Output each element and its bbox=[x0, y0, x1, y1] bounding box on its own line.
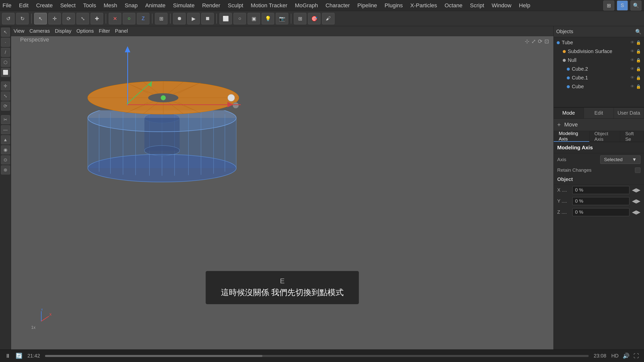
retain-changes-checkbox[interactable] bbox=[635, 167, 640, 173]
camera-btn[interactable]: 📷 bbox=[276, 13, 288, 24]
select-mode-btn[interactable]: ↖ bbox=[1, 28, 10, 37]
z-axis-btn[interactable]: Z bbox=[137, 13, 149, 24]
tab-mode[interactable]: Mode bbox=[554, 108, 584, 118]
tube-lock-icon[interactable]: 🔒 bbox=[636, 40, 641, 45]
menu-window[interactable]: Window bbox=[492, 2, 511, 9]
viewport-cameras-menu[interactable]: Cameras bbox=[29, 28, 50, 34]
x-axis-btn[interactable]: ✕ bbox=[109, 13, 121, 24]
vp-nav-zoom-btn[interactable]: ⤢ bbox=[531, 38, 536, 45]
hier-tube[interactable]: Tube 👁 🔒 bbox=[554, 38, 644, 47]
undo-btn[interactable]: ↺ bbox=[2, 13, 15, 24]
polygon-mode-btn[interactable]: ⬡ bbox=[1, 58, 10, 67]
record-btn[interactable]: ⏺ bbox=[173, 13, 186, 24]
menu-mesh[interactable]: Mesh bbox=[104, 2, 117, 9]
subdiv-vis-icon[interactable]: 👁 bbox=[630, 49, 634, 54]
tube-vis-icon[interactable]: 👁 bbox=[630, 40, 634, 45]
rotate-left-btn[interactable]: ⟳ bbox=[1, 102, 10, 111]
menu-select[interactable]: Select bbox=[60, 2, 75, 9]
loop-sel-btn[interactable]: ⊙ bbox=[1, 155, 10, 164]
sphere-btn[interactable]: ○ bbox=[233, 13, 246, 24]
y-value[interactable]: 0 % bbox=[572, 197, 629, 205]
hierarchy-search[interactable]: 🔍 bbox=[635, 29, 641, 35]
tab-edit[interactable]: Edit bbox=[584, 108, 614, 118]
menu-plugins[interactable]: Plugins bbox=[385, 2, 403, 9]
viewport-panel-menu[interactable]: Panel bbox=[115, 28, 128, 34]
knife-btn[interactable]: ✂ bbox=[1, 115, 10, 124]
menu-animate[interactable]: Animate bbox=[145, 2, 166, 9]
cube-vis-icon[interactable]: 👁 bbox=[630, 84, 634, 89]
cube2-lock-icon[interactable]: 🔒 bbox=[636, 67, 641, 71]
menu-create[interactable]: Create bbox=[36, 2, 53, 9]
hier-null[interactable]: Null 👁 🔒 bbox=[554, 56, 644, 65]
menu-help[interactable]: Help bbox=[519, 2, 530, 9]
scale-tool-btn[interactable]: ⤡ bbox=[76, 13, 89, 24]
menu-mograph[interactable]: MoGraph bbox=[295, 2, 318, 9]
y-axis-btn[interactable]: ○ bbox=[123, 13, 135, 24]
menu-xparticles[interactable]: X-Particles bbox=[410, 2, 437, 9]
menu-octane[interactable]: Octane bbox=[445, 2, 462, 9]
vp-nav-rotate-btn[interactable]: ⟳ bbox=[538, 38, 542, 45]
bridge-btn[interactable]: — bbox=[1, 125, 10, 134]
menu-sculpt[interactable]: Sculpt bbox=[228, 2, 243, 9]
redo-btn[interactable]: ↻ bbox=[16, 13, 29, 24]
fullscreen-btn[interactable]: ⛶ bbox=[633, 353, 639, 359]
viewport-display-menu[interactable]: Display bbox=[55, 28, 71, 34]
menu-simulate[interactable]: Simulate bbox=[173, 2, 195, 9]
grid-btn[interactable]: ⊞ bbox=[294, 13, 306, 24]
snap-btn[interactable]: 🎯 bbox=[308, 13, 320, 24]
hier-subdivision[interactable]: Subdivision Surface 👁 🔒 bbox=[554, 47, 644, 56]
menu-edit[interactable]: Edit bbox=[19, 2, 28, 9]
scale-left-btn[interactable]: ⤡ bbox=[1, 92, 10, 101]
edge-mode-btn[interactable]: / bbox=[1, 48, 10, 57]
subdiv-lock-icon[interactable]: 🔒 bbox=[636, 49, 641, 54]
cube2-vis-icon[interactable]: 👁 bbox=[630, 67, 634, 71]
volume-icon[interactable]: 🔊 bbox=[623, 353, 629, 359]
viewport-options-menu[interactable]: Options bbox=[76, 28, 94, 34]
extrude-btn[interactable]: ▲ bbox=[1, 135, 10, 144]
menu-render[interactable]: Render bbox=[202, 2, 220, 9]
tab-user-data[interactable]: User Data bbox=[614, 108, 644, 118]
vp-nav-frame-btn[interactable]: ⊡ bbox=[544, 38, 549, 45]
axis-tab-soft[interactable]: Soft Se bbox=[620, 131, 644, 142]
z-arrow[interactable]: ◀▶ bbox=[632, 209, 640, 215]
point-mode-btn[interactable]: · bbox=[1, 38, 10, 47]
paint-btn[interactable]: 🖌 bbox=[322, 13, 335, 24]
vp-nav-move-btn[interactable]: ⊹ bbox=[525, 38, 529, 45]
null-lock-icon[interactable]: 🔒 bbox=[636, 58, 641, 63]
menu-pipeline[interactable]: Pipeline bbox=[357, 2, 377, 9]
3d-scene[interactable]: E 這時候沒關係 我們先切換到點模式 Y X 1x bbox=[11, 36, 553, 349]
timeline-bar[interactable] bbox=[45, 355, 589, 357]
play-btn[interactable]: ▶ bbox=[187, 13, 200, 24]
refresh-btn[interactable]: 🔄 bbox=[16, 353, 22, 359]
render-btn[interactable]: S bbox=[617, 1, 628, 11]
x-arrow[interactable]: ◀▶ bbox=[632, 187, 640, 193]
hier-cube[interactable]: Cube 👁 🔒 bbox=[554, 82, 644, 91]
ring-sel-btn[interactable]: ⊗ bbox=[1, 165, 10, 174]
weld-btn[interactable]: ◉ bbox=[1, 145, 10, 154]
axis-tab-modeling[interactable]: Modeling Axis bbox=[554, 131, 589, 142]
menu-motion-tracker[interactable]: Motion Tracker bbox=[251, 2, 288, 9]
cube1-lock-icon[interactable]: 🔒 bbox=[636, 75, 641, 80]
cube-lock-icon[interactable]: 🔒 bbox=[636, 84, 641, 89]
rotate-tool-btn[interactable]: ⟳ bbox=[62, 13, 75, 24]
cube1-vis-icon[interactable]: 👁 bbox=[630, 75, 634, 80]
viewport-view-menu[interactable]: View bbox=[14, 28, 24, 34]
transform-btn[interactable]: ⊞ bbox=[155, 13, 168, 24]
move-tool-btn[interactable]: ✛ bbox=[48, 13, 61, 24]
search-btn[interactable]: 🔍 bbox=[630, 1, 641, 11]
x-value[interactable]: 0 % bbox=[572, 186, 629, 194]
light-btn[interactable]: 💡 bbox=[262, 13, 274, 24]
hier-cube1[interactable]: Cube.1 👁 🔒 bbox=[554, 73, 644, 82]
add-tool-btn[interactable]: ✚ bbox=[91, 13, 103, 24]
render-region-btn[interactable]: ⊞ bbox=[603, 1, 614, 11]
menu-file[interactable]: File bbox=[3, 2, 11, 9]
select-tool-btn[interactable]: ↖ bbox=[34, 13, 47, 24]
object-mode-btn[interactable]: ⬜ bbox=[1, 68, 10, 77]
y-arrow[interactable]: ◀▶ bbox=[632, 198, 640, 204]
cylinder-btn[interactable]: ▣ bbox=[248, 13, 260, 24]
menu-snap[interactable]: Snap bbox=[125, 2, 138, 9]
menu-character[interactable]: Character bbox=[326, 2, 350, 9]
cube-btn[interactable]: ⬜ bbox=[219, 13, 232, 24]
menu-script[interactable]: Script bbox=[470, 2, 484, 9]
null-vis-icon[interactable]: 👁 bbox=[630, 58, 634, 63]
